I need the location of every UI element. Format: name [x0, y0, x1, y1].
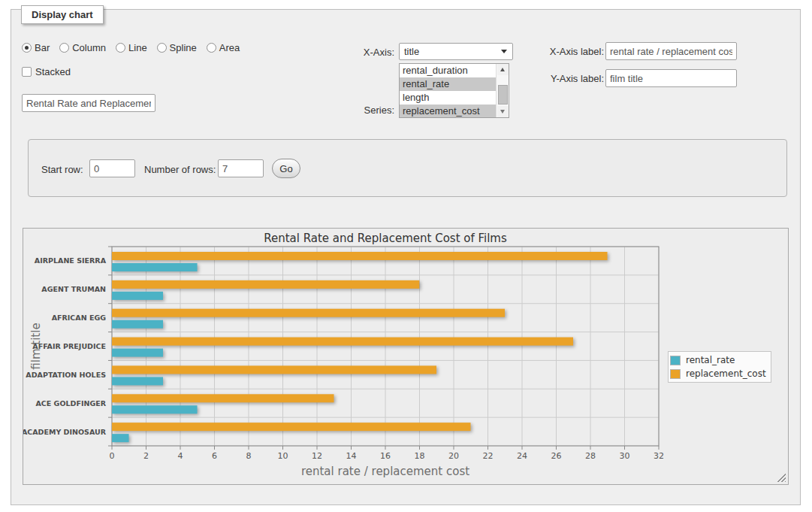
radio-icon[interactable] [116, 43, 125, 53]
radio-icon[interactable] [207, 43, 216, 53]
x-tick-label: 0 [110, 451, 115, 461]
bar-replacement_cost-adaptation-holes [112, 365, 436, 374]
chart-legend: rental_ratereplacement_cost [668, 351, 771, 383]
y-axis-label-input[interactable] [605, 69, 737, 87]
legend-label: rental_rate [686, 355, 735, 365]
chart-type-bar[interactable]: Bar [22, 42, 50, 53]
radio-label: Line [128, 42, 147, 53]
series-option-length[interactable]: length [400, 91, 496, 105]
stacked-checkbox-row[interactable]: Stacked [22, 66, 71, 77]
number-of-rows-label: Number of rows: [144, 164, 216, 175]
y-axis-label-label: Y-Axis label: [529, 73, 604, 84]
radio-label: Column [72, 42, 106, 53]
bar-rental_rate-ace-goldfinger [112, 405, 198, 414]
chart-title-input[interactable] [22, 94, 155, 112]
series-option-rental_duration[interactable]: rental_duration [400, 64, 496, 77]
bar-replacement_cost-affair-prejudice [112, 338, 573, 346]
legend-swatch-icon [670, 369, 681, 379]
x-tick-label: 10 [278, 451, 288, 461]
category-label: AFFAIR PREJUDICE [32, 342, 106, 350]
x-axis-label-label: X-Axis label: [529, 46, 604, 57]
x-tick-label: 24 [517, 451, 527, 461]
radio-icon[interactable] [22, 43, 32, 53]
bar-rental_rate-african-egg [112, 320, 163, 329]
scroll-up-icon[interactable] [497, 64, 509, 75]
series-option-replacement_cost[interactable]: replacement_cost [400, 105, 496, 118]
x-tick-label: 32 [654, 451, 664, 461]
chart-title: Rental Rate and Replacement Cost of Film… [112, 232, 659, 245]
x-tick-label: 18 [415, 451, 425, 461]
x-axis-select-label: X-Axis: [319, 47, 394, 58]
x-tick-label: 20 [448, 451, 459, 461]
x-tick-label: 26 [551, 451, 562, 461]
radio-label: Spline [170, 42, 197, 53]
x-tick-label: 6 [212, 451, 217, 461]
scrollbar-thumb[interactable] [498, 85, 508, 105]
start-row-label: Start row: [41, 164, 83, 175]
start-row-input[interactable] [89, 159, 135, 177]
number-of-rows-input[interactable] [218, 159, 264, 177]
chart-type-spline[interactable]: Spline [157, 42, 197, 53]
series-options: rental_durationrental_ratelengthreplacem… [400, 64, 496, 117]
chart-type-area[interactable]: Area [207, 42, 240, 53]
series-list-label: Series: [319, 105, 394, 116]
bar-rental_rate-adaptation-holes [112, 377, 163, 385]
bar-replacement_cost-ace-goldfinger [112, 394, 334, 402]
x-tick-label: 30 [620, 451, 630, 461]
series-scrollbar[interactable] [496, 64, 509, 117]
y-axis-title: film title [30, 309, 43, 384]
x-tick-label: 28 [585, 451, 596, 461]
bar-rental_rate-airplane-sierra [112, 263, 198, 271]
legend-swatch-icon [670, 356, 681, 365]
category-label: AIRPLANE SIERRA [35, 256, 107, 265]
x-axis-selected-value: title [404, 46, 419, 57]
bar-rental_rate-agent-truman [112, 292, 163, 300]
radio-label: Area [219, 42, 240, 53]
category-label: AFRICAN EGG [52, 314, 107, 322]
x-tick-label: 22 [483, 451, 494, 461]
x-tick-label: 14 [346, 451, 357, 461]
page: Display chart BarColumnLineSplineArea St… [0, 0, 812, 512]
category-label: ACADEMY DINOSAUR [23, 428, 107, 436]
chart-type-group: BarColumnLineSplineArea [22, 42, 240, 53]
x-tick-label: 16 [380, 451, 391, 461]
x-axis-title: rental rate / replacement cost [112, 465, 659, 478]
radio-icon[interactable] [157, 43, 167, 53]
bar-rental_rate-academy-dinosaur [112, 434, 129, 442]
x-tick-label: 4 [178, 451, 183, 461]
category-label: AGENT TRUMAN [41, 285, 106, 293]
bar-rental_rate-affair-prejudice [112, 349, 163, 357]
x-tick-label: 2 [143, 451, 149, 461]
chart-container: Rental Rate and Replacement Cost of Film… [23, 228, 789, 485]
legend-item-replacement_cost: replacement_cost [670, 367, 766, 380]
x-axis-select[interactable]: title [399, 43, 513, 60]
x-tick-label: 8 [246, 451, 252, 461]
series-listbox[interactable]: rental_durationrental_ratelengthreplacem… [399, 63, 509, 118]
stacked-checkbox[interactable] [22, 67, 32, 77]
bar-replacement_cost-academy-dinosaur [112, 423, 471, 431]
series-option-rental_rate[interactable]: rental_rate [400, 77, 496, 91]
chart-type-column[interactable]: Column [59, 42, 106, 53]
bar-replacement_cost-airplane-sierra [112, 252, 608, 260]
legend-item-rental_rate: rental_rate [670, 353, 766, 367]
category-label: ACE GOLDFINGER [35, 399, 106, 407]
go-button[interactable]: Go [272, 159, 300, 178]
radio-icon[interactable] [59, 43, 69, 53]
legend-label: replacement_cost [686, 368, 766, 379]
stacked-label: Stacked [35, 66, 71, 77]
radio-label: Bar [35, 42, 50, 53]
bar-replacement_cost-african-egg [112, 309, 505, 317]
x-tick-label: 12 [312, 451, 322, 461]
scroll-down-icon[interactable] [497, 106, 509, 117]
row-range-panel [28, 139, 787, 197]
bar-replacement_cost-agent-truman [112, 280, 419, 289]
chevron-down-icon [501, 50, 507, 53]
chart-type-line[interactable]: Line [116, 42, 147, 53]
fieldset-legend: Display chart [21, 5, 104, 24]
x-axis-label-input[interactable] [605, 42, 737, 60]
